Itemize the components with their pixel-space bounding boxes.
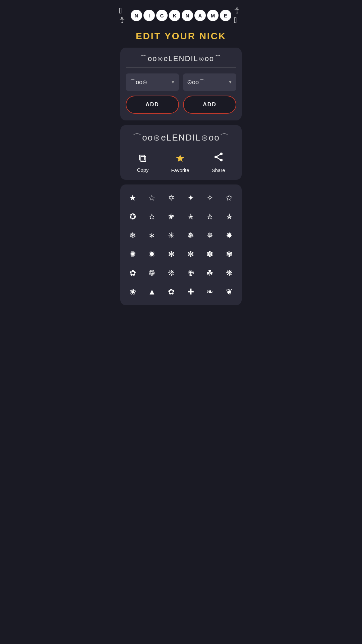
letter-C: C: [156, 10, 168, 21]
share-button[interactable]: Share: [212, 152, 225, 173]
editor-card: ⌒oo⊙eLENDIL⊙oo⌒ ⌒oo⊙ ▼ ⊙oo⌒ ▼ ADD ADD: [120, 48, 242, 120]
favorite-icon: ★: [175, 152, 185, 165]
letter-N: N: [131, 10, 142, 21]
dropdowns-row: ⌒oo⊙ ▼ ⊙oo⌒ ▼: [126, 73, 236, 91]
favorite-button[interactable]: ★ Favorite: [171, 152, 189, 173]
svg-point-2: [220, 159, 223, 161]
suffix-dropdown[interactable]: ⊙oo⌒ ▼: [183, 73, 236, 91]
add-prefix-button[interactable]: ADD: [126, 96, 179, 114]
symbol-item[interactable]: ✳: [162, 227, 180, 244]
copy-icon: ⧉: [139, 152, 146, 164]
symbol-item[interactable]: ❦: [220, 284, 238, 300]
letter-N2: N: [182, 10, 193, 21]
left-decoration: 𓂀 ☥: [119, 6, 128, 25]
symbol-item[interactable]: ✪: [124, 209, 142, 225]
symbol-item[interactable]: ☘: [201, 265, 219, 281]
symbols-grid: ★ ☆ ✡ ✦ ✧ ✩ ✪ ✫ ✬ ✭ ✮ ✯ ❄ ∗ ✳ ❅ ✵ ✸ ✺ ✹ …: [124, 190, 238, 300]
svg-line-4: [217, 155, 220, 156]
svg-point-1: [215, 156, 217, 158]
symbol-item[interactable]: ❁: [143, 265, 161, 281]
share-label: Share: [212, 167, 225, 173]
symbol-item[interactable]: ✫: [143, 209, 161, 225]
symbol-item[interactable]: ✮: [201, 209, 219, 225]
svg-point-0: [220, 153, 223, 155]
page-title: EDIT YOUR NICK: [116, 28, 246, 48]
symbol-item[interactable]: ✾: [220, 246, 238, 262]
svg-line-3: [217, 158, 220, 159]
symbol-item[interactable]: ✸: [220, 227, 238, 244]
symbol-item[interactable]: ▲: [143, 284, 161, 300]
symbol-item[interactable]: ∗: [143, 227, 161, 244]
preview-card: ⌒oo⊙eLENDIL⊙oo⌒ ⧉ Copy ★ Favorite Share: [120, 125, 242, 180]
suffix-chevron-icon: ▼: [228, 80, 232, 85]
favorite-label: Favorite: [171, 167, 189, 173]
symbol-item[interactable]: ✡: [162, 190, 180, 206]
symbol-item[interactable]: ✚: [182, 284, 200, 300]
symbol-item[interactable]: ✿: [124, 265, 142, 281]
symbol-item[interactable]: ✹: [143, 246, 161, 262]
nick-input-display[interactable]: ⌒oo⊙eLENDIL⊙oo⌒: [126, 54, 236, 67]
letter-A: A: [194, 10, 206, 21]
symbol-item[interactable]: ✩: [220, 190, 238, 206]
logo-letters: N I C K N A M E: [131, 10, 231, 21]
symbol-item[interactable]: ✯: [220, 209, 238, 225]
prefix-chevron-icon: ▼: [171, 80, 175, 85]
share-icon: [213, 152, 224, 165]
symbol-item[interactable]: ❅: [182, 227, 200, 244]
symbol-item[interactable]: ✻: [162, 246, 180, 262]
symbol-item[interactable]: ❋: [220, 265, 238, 281]
letter-I: I: [143, 10, 155, 21]
symbol-item[interactable]: ✿: [162, 284, 180, 300]
symbol-item[interactable]: ★: [124, 190, 142, 206]
symbols-card: ★ ☆ ✡ ✦ ✧ ✩ ✪ ✫ ✬ ✭ ✮ ✯ ❄ ∗ ✳ ❅ ✵ ✸ ✺ ✹ …: [120, 184, 242, 305]
symbol-item[interactable]: ✵: [201, 227, 219, 244]
symbol-item[interactable]: ❊: [162, 265, 180, 281]
symbol-item[interactable]: ❀: [124, 284, 142, 300]
header: 𓂀 ☥ N I C K N A M E ☥ 𓂀: [116, 0, 246, 28]
letter-E: E: [220, 10, 231, 21]
symbol-item[interactable]: ✭: [182, 209, 200, 225]
symbol-item[interactable]: ☆: [143, 190, 161, 206]
symbol-item[interactable]: ❄: [124, 227, 142, 244]
letter-K: K: [169, 10, 180, 21]
symbol-item[interactable]: ✦: [182, 190, 200, 206]
prefix-dropdown-value: ⌒oo⊙: [130, 78, 147, 86]
symbol-item[interactable]: ✽: [201, 246, 219, 262]
copy-button[interactable]: ⧉ Copy: [137, 152, 148, 173]
prefix-dropdown[interactable]: ⌒oo⊙ ▼: [126, 73, 179, 91]
copy-label: Copy: [137, 167, 148, 173]
action-buttons-row: ⧉ Copy ★ Favorite Share: [126, 152, 236, 173]
symbol-item[interactable]: ✺: [124, 246, 142, 262]
add-suffix-button[interactable]: ADD: [183, 96, 236, 114]
symbol-item[interactable]: ❧: [201, 284, 219, 300]
symbol-item[interactable]: ✬: [162, 209, 180, 225]
symbol-item[interactable]: ✧: [201, 190, 219, 206]
letter-M: M: [207, 10, 219, 21]
right-decoration: ☥ 𓂀: [234, 6, 243, 25]
add-buttons-row: ADD ADD: [126, 96, 236, 114]
preview-nick-text: ⌒oo⊙eLENDIL⊙oo⌒: [126, 132, 236, 144]
symbol-item[interactable]: ✙: [182, 265, 200, 281]
suffix-dropdown-value: ⊙oo⌒: [187, 78, 205, 86]
symbol-item[interactable]: ✼: [182, 246, 200, 262]
